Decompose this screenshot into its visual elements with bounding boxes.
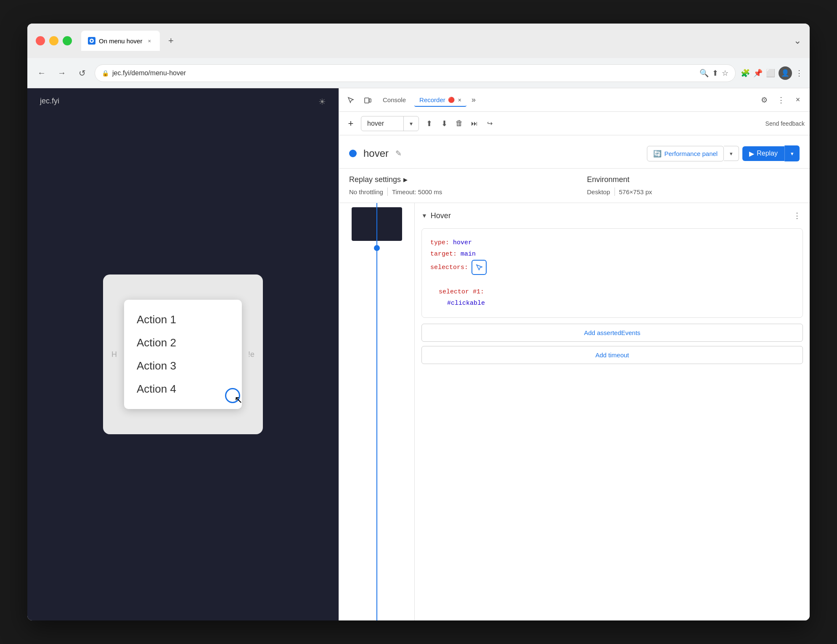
brightness-icon[interactable]: ☀ (318, 97, 326, 106)
recording-dropdown-icon[interactable]: ▾ (403, 116, 418, 131)
extension-icons: 🧩 📌 ⬜ 👤 ⋮ (741, 66, 803, 80)
recorder-tab-label: Recorder (419, 96, 445, 103)
viewport-value: 576×753 px (619, 188, 652, 195)
replay-settings-bar: Replay settings ▶ No throttling Timeout:… (339, 169, 810, 203)
forward-button[interactable]: → (54, 66, 69, 81)
tab-close-icon[interactable]: × (146, 37, 153, 45)
recording-actions: 🔄 Performance panel ▾ ▶ Replay ▾ (647, 145, 800, 161)
step-forward-icon[interactable]: ⏭ (468, 117, 481, 130)
devtools-close-icon[interactable]: × (791, 93, 805, 107)
send-feedback-link[interactable]: Send feedback (765, 120, 805, 127)
timeline-dot (374, 245, 380, 251)
target-value: main (461, 251, 476, 258)
delete-icon[interactable]: 🗑 (453, 117, 466, 130)
menu-item-4: Action 4 ↖ (137, 377, 229, 401)
new-tab-button[interactable]: + (163, 33, 178, 48)
page-panel: jec.fyi ☀ H !e Action 1 Action 2 Action … (27, 88, 339, 620)
menu-item-3: Action 3 (137, 354, 229, 377)
add-asserted-events-button[interactable]: Add assertedEvents (421, 324, 803, 342)
selector-picker-box[interactable] (471, 260, 487, 275)
traffic-lights (36, 36, 72, 45)
export-icon[interactable]: ⬆ (422, 117, 436, 130)
refresh-button[interactable]: ↺ (74, 66, 90, 81)
performance-dropdown-button[interactable]: ▾ (724, 146, 739, 161)
environment-title: Environment (587, 175, 800, 184)
menu-item-2: Action 2 (137, 331, 229, 354)
more-options-icon[interactable]: ⋮ (774, 93, 788, 107)
replay-dropdown-button[interactable]: ▾ (784, 145, 800, 161)
performance-icon: 🔄 (653, 150, 662, 158)
environment-section: Environment Desktop 576×753 px (562, 175, 800, 196)
tab-favicon (88, 37, 95, 45)
devtools-toolbar: Console Recorder 🔴 × » ⚙ ⋮ × (339, 88, 810, 112)
edit-title-icon[interactable]: ✎ (395, 149, 402, 158)
tab-recorder[interactable]: Recorder 🔴 × (414, 94, 466, 107)
site-name: jec.fyi (40, 97, 59, 106)
add-timeout-button[interactable]: Add timeout (421, 346, 803, 364)
replay-button[interactable]: ▶ Replay (742, 146, 784, 161)
window-icon[interactable]: ⬜ (766, 69, 775, 78)
tab-console[interactable]: Console (378, 94, 411, 106)
puzzle-icon[interactable]: 🧩 (741, 69, 750, 78)
menu-popup: Action 1 Action 2 Action 3 Action 4 ↖ (124, 300, 242, 409)
settings-icon[interactable]: ⚙ (758, 93, 771, 107)
timeout-value: Timeout: 5000 ms (392, 188, 442, 195)
add-recording-button[interactable]: + (344, 117, 358, 130)
tab-bar: On menu hover × + ⌄ (81, 31, 801, 51)
performance-panel-button[interactable]: 🔄 Performance panel (647, 146, 724, 161)
more-tabs-btn[interactable]: » (471, 95, 476, 104)
back-button[interactable]: ← (34, 66, 49, 81)
address-bar[interactable]: 🔒 jec.fyi/demo/menu-hover 🔍 ⬆ ☆ (95, 64, 736, 82)
tab-dropdown-icon[interactable]: ⌄ (794, 35, 801, 46)
replay-settings-title[interactable]: Replay settings ▶ (349, 175, 562, 184)
search-icon[interactable]: 🔍 (699, 69, 709, 78)
recording-selector[interactable]: hover ▾ (361, 116, 419, 131)
import-icon[interactable]: ⬇ (437, 117, 451, 130)
pin-icon[interactable]: 📌 (753, 69, 763, 78)
main-content: jec.fyi ☀ H !e Action 1 Action 2 Action … (27, 88, 810, 620)
maximize-button[interactable] (63, 36, 72, 45)
title-bar: On menu hover × + ⌄ (27, 24, 810, 58)
step-expand-icon[interactable]: ▼ (421, 212, 427, 219)
recorder-badge: 🔴 (448, 97, 455, 103)
device-toggle-icon[interactable] (361, 93, 374, 107)
recording-name: hover (361, 120, 403, 127)
browser-window: On menu hover × + ⌄ ← → ↺ 🔒 jec.fyi/demo… (27, 24, 810, 620)
tab-title: On menu hover (99, 37, 142, 45)
env-divider (615, 187, 615, 196)
recording-title: hover (363, 148, 389, 159)
close-button[interactable] (36, 36, 45, 45)
nav-bar: ← → ↺ 🔒 jec.fyi/demo/menu-hover 🔍 ⬆ ☆ 🧩 … (27, 58, 810, 88)
selector-value: #clickable (430, 298, 794, 309)
device-value: Desktop (587, 188, 610, 195)
redo-icon[interactable]: ↪ (483, 117, 496, 130)
throttling-value: No throttling (349, 188, 383, 195)
element-select-icon[interactable] (344, 93, 358, 107)
chrome-menu-icon[interactable]: ⋮ (795, 69, 803, 78)
recorder-toolbar: + hover ▾ ⬆ ⬇ 🗑 ⏭ ↪ Send feedback (339, 112, 810, 135)
account-icon[interactable]: 👤 (779, 66, 792, 80)
recorder-tab-close[interactable]: × (458, 97, 461, 103)
svg-rect-2 (369, 99, 371, 102)
active-tab[interactable]: On menu hover × (81, 31, 160, 51)
hover-hint-text2: !e (248, 350, 254, 359)
timeline-line (376, 203, 377, 620)
step-code-block: type: hover target: main selectors: se (421, 228, 803, 318)
address-icons: 🔍 ⬆ ☆ (699, 69, 728, 78)
replay-settings-chevron: ▶ (403, 177, 408, 183)
share-icon[interactable]: ⬆ (712, 69, 718, 78)
recording-dot (349, 150, 357, 157)
minimize-button[interactable] (49, 36, 58, 45)
cursor-arrow-icon: ↖ (234, 394, 243, 406)
performance-label: Performance panel (664, 150, 718, 157)
selectors-key: selectors: (430, 262, 468, 273)
replay-label: Replay (757, 150, 778, 157)
environment-info: Desktop 576×753 px (587, 187, 800, 196)
step-header: ▼ Hover ⋮ (421, 210, 803, 222)
hover-hint-text: H (111, 350, 117, 359)
devtools-panel: Console Recorder 🔴 × » ⚙ ⋮ × + hover ▾ (339, 88, 810, 620)
step-title: Hover (431, 211, 788, 220)
bookmark-icon[interactable]: ☆ (722, 69, 728, 78)
type-key: type: (430, 239, 449, 246)
step-menu-icon[interactable]: ⋮ (791, 210, 803, 222)
